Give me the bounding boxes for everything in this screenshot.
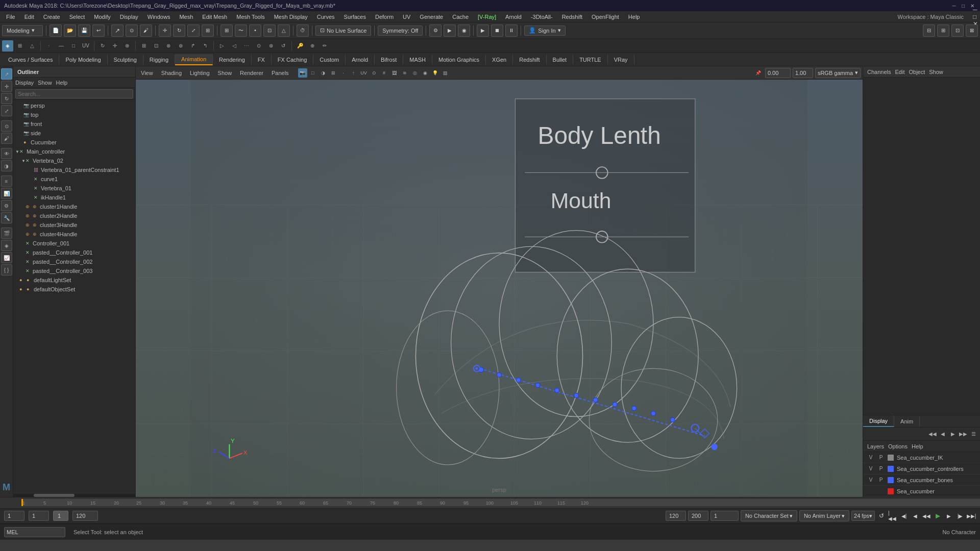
- outliner-item-parentconstraint1[interactable]: ⛓ Vertebra_01_parentConstraint1: [13, 165, 135, 174]
- timeline-ruler[interactable]: 1 5 10 15 20 25 30 35 40 45 50 55 60 65: [0, 497, 980, 509]
- graph-editor-btn[interactable]: 📈: [1, 252, 12, 263]
- layer-vis-2[interactable]: V: [867, 477, 874, 484]
- vp-wireframe-icon[interactable]: □: [308, 68, 317, 78]
- rig-btn-1[interactable]: ⊞: [138, 40, 150, 52]
- vp-dof-icon[interactable]: ◎: [410, 68, 420, 78]
- select-mode-component-btn[interactable]: △: [27, 40, 38, 52]
- outliner-item-default-object-set[interactable]: ● ● defaultObjectSet: [13, 285, 135, 294]
- menu-surfaces[interactable]: Surfaces: [340, 13, 370, 21]
- layer-p-1[interactable]: P: [877, 465, 885, 472]
- tab-rendering[interactable]: Rendering: [213, 55, 252, 65]
- menu-openflight[interactable]: OpenFlight: [587, 13, 623, 21]
- scale-tool-btn[interactable]: ⤢: [1, 105, 12, 116]
- render-view-btn[interactable]: 🎬: [1, 228, 12, 239]
- rig-btn-6[interactable]: ↰: [200, 40, 211, 52]
- select-mode-hierarchy-btn[interactable]: ⊞: [14, 40, 26, 52]
- rig-btn-3[interactable]: ⊗: [163, 40, 174, 52]
- outliner-item-default-light-set[interactable]: ● ● defaultLightSet: [13, 276, 135, 285]
- camera-orbit-btn[interactable]: ↻: [97, 40, 108, 52]
- layer-vis-3[interactable]: V: [867, 488, 874, 495]
- layer-row-0[interactable]: V P Sea_cucumber_IK: [863, 452, 980, 463]
- tab-mash[interactable]: MASH: [403, 55, 432, 65]
- anim-btn-2[interactable]: ◁: [229, 40, 240, 52]
- camera-pan-btn[interactable]: ✛: [109, 40, 120, 52]
- menu-deform[interactable]: Deform: [371, 13, 398, 21]
- layout-btn-2[interactable]: ⊞: [937, 24, 949, 37]
- viewport-menu-view[interactable]: View: [138, 70, 156, 76]
- select-mode-objects-btn[interactable]: ◈: [2, 40, 13, 52]
- start-frame-field[interactable]: 1: [4, 511, 24, 521]
- rotate-tool-button[interactable]: ↻: [173, 24, 185, 37]
- outliner-item-controller001[interactable]: ✕ Controller_001: [13, 239, 135, 248]
- tab-fx-caching[interactable]: FX Caching: [272, 55, 313, 65]
- toolbar-pause-button[interactable]: ⏸: [505, 24, 518, 37]
- viewport-canvas[interactable]: Body Len th Mouth: [136, 80, 863, 497]
- panel-minimize-btn[interactable]: ─: [973, 6, 978, 13]
- panel-maximize-btn[interactable]: □: [973, 13, 978, 20]
- layer-menu-btn[interactable]: ☰: [969, 430, 978, 439]
- next-key-button[interactable]: |▶: [955, 511, 965, 520]
- menu-file[interactable]: File: [2, 13, 19, 21]
- attribute-editor-btn[interactable]: ⚙: [1, 200, 12, 211]
- open-scene-button[interactable]: 📂: [64, 24, 76, 37]
- tab-motion-graphics[interactable]: Motion Graphics: [432, 55, 486, 65]
- timeline-track[interactable]: 1 5 10 15 20 25 30 35 40 45 50 55 60 65: [21, 499, 980, 506]
- outliner-item-cluster2handle[interactable]: ⊕ ⊕ cluster2Handle: [13, 211, 135, 220]
- layout-btn-1[interactable]: ⊟: [923, 24, 935, 37]
- tab-arnold[interactable]: Arnold: [346, 55, 375, 65]
- outliner-item-main-controller[interactable]: ▼ ✕ Main_controller: [13, 147, 135, 156]
- key-last-button[interactable]: ▶▶|: [967, 511, 976, 520]
- minimize-button[interactable]: ─: [950, 2, 958, 9]
- tab-bifrost[interactable]: Bifrost: [375, 55, 403, 65]
- viewport-menu-lighting[interactable]: Lighting: [187, 70, 213, 76]
- outliner-item-cluster1handle[interactable]: ⊕ ⊕ cluster1Handle: [13, 202, 135, 211]
- no-anim-layer-button[interactable]: No Anim Layer ▾: [799, 510, 849, 521]
- lasso-select-button[interactable]: ⊙: [126, 24, 138, 37]
- layer-vis-0[interactable]: V: [867, 454, 874, 461]
- misc-btn-3[interactable]: ✏: [319, 40, 330, 52]
- scale-tool-button[interactable]: ⤢: [187, 24, 200, 37]
- exposure-field[interactable]: 0.00: [765, 68, 791, 78]
- render-settings-button[interactable]: ⚙: [429, 24, 442, 37]
- channel-box-btn[interactable]: 📊: [1, 188, 12, 199]
- paint-weight-btn[interactable]: 🖌: [1, 133, 12, 144]
- prev-key-button[interactable]: ◀|: [899, 511, 909, 520]
- gamma-val-field[interactable]: 1.00: [793, 68, 813, 78]
- outliner-item-pasted-c003[interactable]: ✕ pasted__Controller_003: [13, 266, 135, 276]
- play-back-button[interactable]: ◀◀: [922, 511, 931, 520]
- vp-normals-icon[interactable]: ↑: [349, 68, 358, 78]
- tool-display-btn[interactable]: 👁: [1, 148, 12, 159]
- mode-selector[interactable]: Modeling ▾: [2, 25, 43, 36]
- menu-select[interactable]: Select: [65, 13, 89, 21]
- menu-mesh[interactable]: Mesh: [175, 13, 197, 21]
- vp-points-icon[interactable]: ·: [339, 68, 348, 78]
- step-back-button[interactable]: ◀: [911, 511, 920, 520]
- vp-light-icon[interactable]: 💡: [431, 68, 440, 78]
- outliner-menu-display[interactable]: Display: [15, 80, 34, 86]
- outliner-hscroll[interactable]: [13, 493, 135, 497]
- menu-edit-mesh[interactable]: Edit Mesh: [198, 13, 231, 21]
- colorspace-field[interactable]: sRGB gamma ▾: [815, 68, 861, 78]
- menu-mesh-display[interactable]: Mesh Display: [270, 13, 312, 21]
- tab-custom[interactable]: Custom: [313, 55, 346, 65]
- mask-uvs-btn[interactable]: UV: [80, 40, 91, 52]
- layout-btn-4[interactable]: ⊠: [966, 24, 978, 37]
- menu-create[interactable]: Create: [39, 13, 64, 21]
- menu-3dtoa[interactable]: -3DtoAll-: [527, 13, 557, 21]
- fps-selector[interactable]: 24 fps ▾: [851, 511, 875, 521]
- undo-button[interactable]: ↩: [92, 24, 105, 37]
- toolbar-play-button[interactable]: ▶: [477, 24, 489, 37]
- outliner-item-vertebra01[interactable]: ✕ Vertebra_01: [13, 184, 135, 193]
- toolbar-stop-button[interactable]: ⏹: [491, 24, 503, 37]
- outliner-item-cucumber[interactable]: ● Cucumber: [13, 138, 135, 147]
- max-end-field[interactable]: 120: [666, 511, 686, 521]
- viewport-menu-panels[interactable]: Panels: [268, 70, 292, 76]
- render-button[interactable]: ▶: [444, 24, 456, 37]
- snap-surface-button[interactable]: △: [278, 24, 290, 37]
- outliner-item-vertebra02[interactable]: ▼ ✕ Vertebra_02: [13, 156, 135, 165]
- vp-shade-wire-icon[interactable]: ⊞: [329, 68, 338, 78]
- show-menu[interactable]: Show: [929, 69, 943, 75]
- menu-curves[interactable]: Curves: [313, 13, 339, 21]
- outliner-search-input[interactable]: [15, 89, 133, 98]
- viewport-menu-shading[interactable]: Shading: [158, 70, 185, 76]
